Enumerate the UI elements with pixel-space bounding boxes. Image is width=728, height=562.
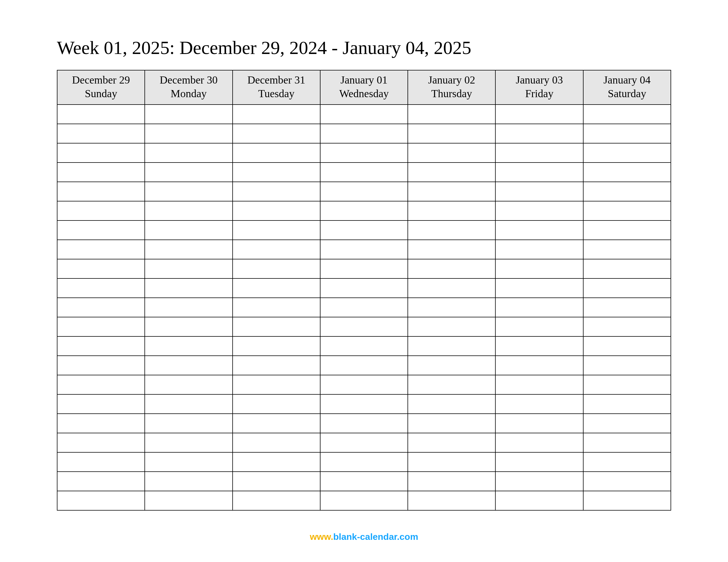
- calendar-cell[interactable]: [408, 336, 495, 356]
- calendar-cell[interactable]: [145, 124, 232, 143]
- calendar-cell[interactable]: [233, 336, 320, 356]
- calendar-cell[interactable]: [233, 414, 320, 433]
- calendar-cell[interactable]: [145, 414, 232, 433]
- calendar-cell[interactable]: [495, 259, 583, 279]
- calendar-cell[interactable]: [583, 105, 671, 124]
- calendar-cell[interactable]: [408, 201, 495, 221]
- calendar-cell[interactable]: [320, 452, 408, 472]
- calendar-cell[interactable]: [320, 221, 408, 240]
- calendar-cell[interactable]: [320, 259, 408, 279]
- calendar-cell[interactable]: [495, 491, 583, 510]
- calendar-cell[interactable]: [320, 336, 408, 356]
- calendar-cell[interactable]: [57, 414, 145, 433]
- calendar-cell[interactable]: [408, 394, 495, 414]
- calendar-cell[interactable]: [57, 124, 145, 143]
- calendar-cell[interactable]: [408, 356, 495, 375]
- calendar-cell[interactable]: [495, 452, 583, 472]
- calendar-cell[interactable]: [57, 143, 145, 163]
- calendar-cell[interactable]: [320, 201, 408, 221]
- calendar-cell[interactable]: [145, 452, 232, 472]
- calendar-cell[interactable]: [495, 182, 583, 201]
- calendar-cell[interactable]: [583, 259, 671, 279]
- calendar-cell[interactable]: [320, 394, 408, 414]
- calendar-cell[interactable]: [57, 375, 145, 394]
- calendar-cell[interactable]: [583, 452, 671, 472]
- calendar-cell[interactable]: [57, 452, 145, 472]
- calendar-cell[interactable]: [495, 317, 583, 336]
- calendar-cell[interactable]: [145, 356, 232, 375]
- calendar-cell[interactable]: [57, 201, 145, 221]
- calendar-cell[interactable]: [320, 472, 408, 491]
- calendar-cell[interactable]: [320, 182, 408, 201]
- calendar-cell[interactable]: [145, 163, 232, 182]
- calendar-cell[interactable]: [57, 221, 145, 240]
- calendar-cell[interactable]: [583, 491, 671, 510]
- calendar-cell[interactable]: [233, 356, 320, 375]
- calendar-cell[interactable]: [57, 491, 145, 510]
- calendar-cell[interactable]: [495, 394, 583, 414]
- calendar-cell[interactable]: [57, 356, 145, 375]
- calendar-cell[interactable]: [233, 452, 320, 472]
- calendar-cell[interactable]: [408, 317, 495, 336]
- calendar-cell[interactable]: [145, 394, 232, 414]
- calendar-cell[interactable]: [233, 240, 320, 259]
- calendar-cell[interactable]: [495, 433, 583, 452]
- calendar-cell[interactable]: [495, 298, 583, 317]
- calendar-cell[interactable]: [320, 414, 408, 433]
- calendar-cell[interactable]: [233, 163, 320, 182]
- calendar-cell[interactable]: [145, 491, 232, 510]
- calendar-cell[interactable]: [495, 414, 583, 433]
- calendar-cell[interactable]: [145, 279, 232, 298]
- calendar-cell[interactable]: [233, 182, 320, 201]
- calendar-cell[interactable]: [145, 375, 232, 394]
- calendar-cell[interactable]: [145, 336, 232, 356]
- calendar-cell[interactable]: [408, 375, 495, 394]
- calendar-cell[interactable]: [320, 143, 408, 163]
- calendar-cell[interactable]: [57, 279, 145, 298]
- calendar-cell[interactable]: [57, 472, 145, 491]
- calendar-cell[interactable]: [408, 143, 495, 163]
- calendar-cell[interactable]: [408, 279, 495, 298]
- calendar-cell[interactable]: [583, 221, 671, 240]
- calendar-cell[interactable]: [145, 433, 232, 452]
- calendar-cell[interactable]: [583, 298, 671, 317]
- calendar-cell[interactable]: [320, 298, 408, 317]
- calendar-cell[interactable]: [495, 472, 583, 491]
- calendar-cell[interactable]: [583, 375, 671, 394]
- calendar-cell[interactable]: [145, 143, 232, 163]
- calendar-cell[interactable]: [320, 105, 408, 124]
- calendar-cell[interactable]: [583, 279, 671, 298]
- calendar-cell[interactable]: [57, 317, 145, 336]
- calendar-cell[interactable]: [495, 375, 583, 394]
- calendar-cell[interactable]: [495, 240, 583, 259]
- calendar-cell[interactable]: [233, 433, 320, 452]
- calendar-cell[interactable]: [145, 182, 232, 201]
- calendar-cell[interactable]: [583, 143, 671, 163]
- calendar-cell[interactable]: [408, 182, 495, 201]
- calendar-cell[interactable]: [583, 163, 671, 182]
- calendar-cell[interactable]: [408, 124, 495, 143]
- calendar-cell[interactable]: [145, 298, 232, 317]
- calendar-cell[interactable]: [233, 298, 320, 317]
- calendar-cell[interactable]: [320, 279, 408, 298]
- calendar-cell[interactable]: [583, 317, 671, 336]
- calendar-cell[interactable]: [233, 259, 320, 279]
- calendar-cell[interactable]: [408, 433, 495, 452]
- calendar-cell[interactable]: [145, 259, 232, 279]
- calendar-cell[interactable]: [145, 221, 232, 240]
- calendar-cell[interactable]: [57, 394, 145, 414]
- calendar-cell[interactable]: [583, 182, 671, 201]
- calendar-cell[interactable]: [583, 124, 671, 143]
- calendar-cell[interactable]: [57, 240, 145, 259]
- calendar-cell[interactable]: [320, 240, 408, 259]
- calendar-cell[interactable]: [495, 201, 583, 221]
- calendar-cell[interactable]: [233, 279, 320, 298]
- calendar-cell[interactable]: [495, 105, 583, 124]
- calendar-cell[interactable]: [320, 433, 408, 452]
- calendar-cell[interactable]: [233, 472, 320, 491]
- calendar-cell[interactable]: [57, 433, 145, 452]
- calendar-cell[interactable]: [408, 259, 495, 279]
- calendar-cell[interactable]: [233, 201, 320, 221]
- calendar-cell[interactable]: [495, 356, 583, 375]
- calendar-cell[interactable]: [320, 163, 408, 182]
